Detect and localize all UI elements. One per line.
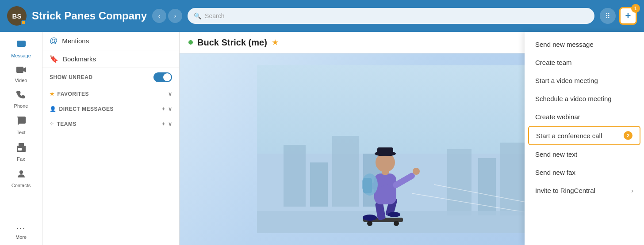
create-team-item[interactable]: Create team xyxy=(525,53,644,72)
avatar[interactable]: BS xyxy=(7,6,27,26)
direct-messages-label: DIRECT MESSAGES xyxy=(59,106,114,112)
video-label: Video xyxy=(15,78,27,83)
invite-to-ringcentral-item[interactable]: Invite to RingCentral › xyxy=(525,181,644,200)
plus-button[interactable]: + 1 xyxy=(619,7,637,25)
contacts-icon xyxy=(16,169,27,181)
svg-rect-4 xyxy=(19,143,24,147)
sidebar-item-phone[interactable]: Phone xyxy=(0,87,42,112)
skater-svg xyxy=(257,65,567,233)
text-icon xyxy=(16,116,27,128)
phone-label: Phone xyxy=(14,103,28,109)
svg-rect-19 xyxy=(257,211,567,233)
back-button[interactable]: ‹ xyxy=(152,9,166,23)
main-layout: Message Video Phone xyxy=(0,32,644,245)
search-bar[interactable]: 🔍 Search xyxy=(188,8,594,24)
send-new-fax-item[interactable]: Send new fax xyxy=(525,163,644,181)
mentions-item[interactable]: @ Mentions xyxy=(42,32,179,50)
main-content: Buck Strick (me) ★ ⋮ xyxy=(180,32,644,245)
svg-point-6 xyxy=(19,170,23,174)
svg-rect-34 xyxy=(377,147,393,155)
message-label: Message xyxy=(11,53,31,58)
sidebar-item-more[interactable]: ··· More xyxy=(0,220,42,245)
send-new-text-item[interactable]: Send new text xyxy=(525,145,644,163)
company-name: Strick Panes Company xyxy=(32,10,147,22)
svg-rect-10 xyxy=(310,162,328,207)
svg-point-22 xyxy=(394,221,399,226)
message-icon xyxy=(16,39,27,52)
video-icon xyxy=(16,65,27,76)
svg-point-26 xyxy=(388,212,400,217)
svg-point-25 xyxy=(363,215,377,221)
send-new-message-item[interactable]: Send new message xyxy=(525,35,644,53)
mentions-label: Mentions xyxy=(62,37,89,45)
dm-add-icon[interactable]: + xyxy=(162,106,165,112)
svg-point-30 xyxy=(413,168,420,175)
icon-sidebar: Message Video Phone xyxy=(0,32,42,245)
fax-icon xyxy=(16,142,26,155)
show-unread-label: SHOW UNREAD xyxy=(50,74,93,80)
contacts-label: Contacts xyxy=(12,183,31,188)
conference-call-badge: 2 xyxy=(624,131,632,140)
favorites-chevron-icon[interactable]: ∨ xyxy=(168,91,172,97)
teams-section[interactable]: ⁘ TEAMS + ∨ xyxy=(42,117,179,132)
direct-messages-section[interactable]: 👤 DIRECT MESSAGES + ∨ xyxy=(42,102,179,117)
dm-actions: + ∨ xyxy=(162,106,172,112)
grid-button[interactable]: ⠿ xyxy=(600,8,616,24)
start-video-meeting-item[interactable]: Start a video meeting xyxy=(525,72,644,90)
sidebar-item-text[interactable]: Text xyxy=(0,112,42,139)
text-label: Text xyxy=(16,130,25,135)
teams-chevron-icon[interactable]: ∨ xyxy=(168,121,172,127)
svg-marker-2 xyxy=(23,67,26,72)
svg-point-21 xyxy=(367,221,372,226)
dm-chevron-icon[interactable]: ∨ xyxy=(168,106,172,112)
teams-label: TEAMS xyxy=(57,121,77,127)
forward-button[interactable]: › xyxy=(168,9,182,23)
toggle-knob xyxy=(163,73,171,81)
more-label: More xyxy=(15,234,27,240)
svg-rect-5 xyxy=(18,148,22,151)
favorite-star-icon[interactable]: ★ xyxy=(272,38,279,47)
online-status-dot xyxy=(188,40,193,45)
bookmarks-icon: 🔖 xyxy=(50,55,58,63)
bookmarks-label: Bookmarks xyxy=(63,55,96,63)
sidebar-item-contacts[interactable]: Contacts xyxy=(0,165,42,192)
svg-rect-36 xyxy=(363,178,372,193)
more-icon: ··· xyxy=(16,224,26,233)
fax-label: Fax xyxy=(17,156,25,162)
svg-rect-13 xyxy=(447,149,472,215)
svg-rect-11 xyxy=(332,136,359,207)
schedule-video-meeting-item[interactable]: Schedule a video meeting xyxy=(525,90,644,108)
sidebar-item-video[interactable]: Video xyxy=(0,62,42,87)
show-unread-row: SHOW UNREAD xyxy=(42,68,179,87)
phone-icon xyxy=(16,90,26,102)
sidebar-item-message[interactable]: Message xyxy=(0,35,42,62)
search-icon: 🔍 xyxy=(194,12,201,19)
invite-chevron-icon: › xyxy=(631,187,633,194)
favorites-section[interactable]: ★ FAVORITES ∨ xyxy=(42,87,179,102)
second-sidebar: @ Mentions 🔖 Bookmarks SHOW UNREAD ★ FAV… xyxy=(42,32,180,245)
svg-rect-9 xyxy=(284,145,306,207)
plus-badge: 1 xyxy=(631,4,640,13)
nav-arrows: ‹ › xyxy=(152,9,182,23)
teams-actions: + ∨ xyxy=(162,121,172,127)
start-conference-call-item[interactable]: Start a conference call 2 xyxy=(528,126,640,145)
favorites-actions: ∨ xyxy=(168,91,172,97)
bookmarks-item[interactable]: 🔖 Bookmarks xyxy=(42,50,179,68)
show-unread-toggle[interactable] xyxy=(153,72,172,82)
create-webinar-item[interactable]: Create webinar xyxy=(525,108,644,126)
search-placeholder: Search xyxy=(205,12,224,19)
favorites-label: FAVORITES xyxy=(58,91,89,97)
app-header: BS Strick Panes Company ‹ › 🔍 Search ⠿ +… xyxy=(0,0,644,32)
sidebar-item-fax[interactable]: Fax xyxy=(0,139,42,165)
mentions-icon: @ xyxy=(50,36,58,45)
teams-add-icon[interactable]: + xyxy=(162,121,165,127)
dropdown-menu: Send new message Create team Start a vid… xyxy=(525,32,644,245)
chat-contact-name: Buck Strick (me) xyxy=(197,38,267,48)
svg-rect-1 xyxy=(16,67,23,73)
avatar-status-badge xyxy=(21,20,26,25)
teams-icon: ⁘ xyxy=(50,121,54,127)
star-icon: ★ xyxy=(50,91,55,97)
svg-rect-27 xyxy=(374,173,396,204)
person-icon: 👤 xyxy=(50,106,57,112)
header-actions: ⠿ + 1 xyxy=(600,7,637,25)
